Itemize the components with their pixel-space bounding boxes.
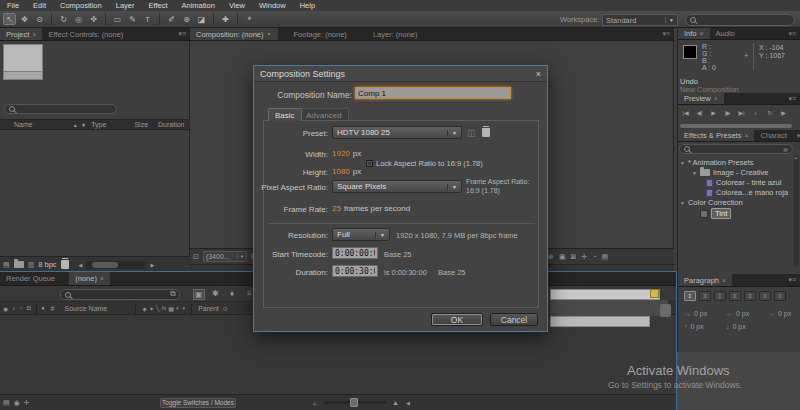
comp-marker-bin[interactable] (660, 304, 671, 317)
pixel-aspect-ratio-dropdown[interactable]: Square Pixels ▼ (332, 180, 462, 193)
dialog-titlebar[interactable]: Composition Settings × (254, 66, 547, 82)
column-parent[interactable]: Parent (198, 305, 219, 312)
justify-last-left-button[interactable]: ≡ (729, 291, 741, 301)
channel-icon[interactable]: ▤ (601, 253, 608, 261)
scroll-left-icon[interactable]: ◀ (79, 262, 83, 268)
chevron-down-icon[interactable]: ▼ (267, 31, 272, 37)
duration-input[interactable] (332, 265, 378, 277)
interpret-footage-icon[interactable]: ▤ (3, 261, 10, 269)
zoom-in-mountain-icon[interactable]: ▲ (392, 399, 399, 406)
workspace-dropdown[interactable]: Standard ▼ (602, 14, 678, 26)
resolution-dropdown[interactable]: Full ▼ (332, 228, 390, 241)
menu-edit[interactable]: Edit (26, 1, 53, 10)
audio-icon[interactable]: ♪ (12, 305, 15, 311)
scrollbar-thumb[interactable] (92, 262, 118, 268)
height-value[interactable]: 1080 (332, 167, 350, 176)
toggle-switches-modes-button[interactable]: Toggle Switches / Modes (160, 398, 236, 408)
motion-blur-switch-icon[interactable]: ◐ (176, 305, 180, 311)
close-icon[interactable]: × (536, 69, 541, 79)
menu-view[interactable]: View (222, 1, 252, 10)
align-left-button[interactable]: ≡ (684, 291, 696, 301)
close-icon[interactable]: × (722, 277, 726, 284)
column-layer-number[interactable]: # (51, 305, 55, 312)
lock-icon[interactable]: ◘ (27, 305, 31, 311)
new-composition-icon[interactable]: ▥ (28, 261, 35, 269)
indent-right-field[interactable]: ← 0 px (726, 310, 749, 317)
space-after-field[interactable]: ↓ 0 px (726, 323, 746, 330)
tree-item-tint[interactable]: Tint (700, 208, 731, 219)
camera-tool-icon[interactable]: ◎ (72, 13, 85, 25)
timeline-search[interactable] (60, 289, 180, 300)
cancel-button[interactable]: Cancel (490, 313, 538, 326)
tree-item-animation-presets[interactable]: ▼ * Animation Presets (680, 158, 753, 167)
zoom-out-mountain-icon[interactable]: ▵ (313, 399, 316, 406)
pen-tool-icon[interactable]: ✎ (126, 13, 139, 25)
first-line-indent-value[interactable]: 0 px (778, 310, 791, 317)
parent-pickwhip-icon[interactable]: ⊙ (223, 305, 228, 312)
tab-info[interactable]: Info × (678, 28, 710, 39)
scroll-right-icon[interactable]: ▶ (150, 262, 154, 268)
align-center-button[interactable]: ≡ (699, 291, 711, 301)
lock-aspect-label[interactable]: Lock Aspect Ratio to 16:9 (1.78) (376, 159, 483, 168)
rotation-tool-icon[interactable]: ↻ (57, 13, 70, 25)
panel-menu-icon[interactable]: ▾≡ (784, 274, 800, 286)
tab-layer[interactable]: Layer: (none) (367, 28, 424, 40)
eye-icon[interactable]: ◉ (3, 305, 8, 312)
indent-left-field[interactable]: → 0 px (684, 310, 707, 317)
space-before-field[interactable]: ↑ 0 px (684, 323, 704, 330)
scroll-left-icon[interactable]: ◀ (406, 400, 410, 406)
pan-behind-tool-icon[interactable]: ✜ (87, 13, 100, 25)
scroll-up-icon[interactable]: ▲ (794, 155, 798, 160)
close-icon[interactable]: × (700, 30, 704, 37)
justify-all-button[interactable]: ≡ (774, 291, 786, 301)
tree-item-image-creative[interactable]: ▼ Image - Creative (692, 168, 768, 177)
timeline-snapshot-icon[interactable]: ◔ (592, 253, 596, 261)
menu-effect[interactable]: Effect (141, 1, 174, 10)
magnification-dropdown[interactable]: (3400... ▼ (203, 251, 247, 262)
tab-project[interactable]: Project × (0, 28, 42, 40)
tab-preview[interactable]: Preview × (678, 93, 724, 104)
tab-paragraph[interactable]: Paragraph × (678, 274, 732, 286)
clear-search-icon[interactable]: ⊗ (783, 146, 788, 153)
zoom-tool-icon[interactable]: ⊙ (33, 13, 46, 25)
close-icon[interactable]: × (32, 31, 36, 38)
tab-audio[interactable]: Audio (710, 28, 741, 39)
menu-layer[interactable]: Layer (109, 1, 142, 10)
zoom-slider-thumb[interactable] (350, 398, 358, 407)
next-frame-button[interactable]: |▶ (722, 108, 733, 117)
tab-effects-presets[interactable]: Effects & Presets × (678, 130, 754, 141)
project-h-scrollbar[interactable] (86, 261, 146, 269)
menu-file[interactable]: File (0, 1, 26, 10)
always-preview-icon[interactable]: ⊡ (193, 253, 199, 261)
clone-stamp-tool-icon[interactable]: ⊕ (180, 13, 193, 25)
project-search-input[interactable] (18, 106, 112, 113)
menu-window[interactable]: Window (252, 1, 293, 10)
play-button[interactable]: ▶ (708, 108, 719, 117)
lock-aspect-checkbox[interactable] (366, 160, 373, 167)
panel-menu-icon[interactable]: ▾≡ (793, 130, 800, 141)
label-color-icon[interactable]: ♦ (42, 305, 45, 311)
start-timecode-input[interactable] (332, 247, 378, 259)
delete-preset-icon[interactable] (482, 128, 490, 137)
selection-tool-icon[interactable]: ↖ (3, 13, 16, 25)
space-before-value[interactable]: 0 px (691, 323, 704, 330)
ram-preview-button[interactable]: ▶ (778, 108, 789, 117)
preset-dropdown[interactable]: HDTV 1080 25 ▼ (332, 126, 462, 139)
effects-switch-icon[interactable]: ✦ (149, 305, 154, 312)
frame-blend-switch-icon[interactable]: ▦ (168, 305, 174, 312)
column-source-name[interactable]: Source Name (64, 305, 107, 312)
draft-3d-icon[interactable]: ▣ (193, 289, 205, 300)
tree-item-colorear-mano-roja[interactable]: Colorea...e mano roja (706, 188, 788, 197)
transparency-grid-icon[interactable]: ⊠ (571, 253, 577, 261)
ok-button[interactable]: OK (431, 313, 483, 326)
transfer-controls-icon[interactable]: ✛ (24, 399, 30, 407)
audio-toggle-button[interactable]: ♪ (750, 108, 761, 117)
effects-scrollbar[interactable]: ▲ (794, 155, 799, 267)
indent-left-value[interactable]: 0 px (694, 310, 707, 317)
trash-icon[interactable] (61, 260, 69, 269)
time-ruler[interactable] (550, 289, 660, 300)
frame-blending-icon[interactable]: ♦ (230, 289, 234, 298)
first-frame-button[interactable]: |◀ (680, 108, 691, 117)
save-preset-icon[interactable]: ◫ (467, 128, 476, 138)
camera-view-icon[interactable]: ✛ (581, 253, 587, 261)
